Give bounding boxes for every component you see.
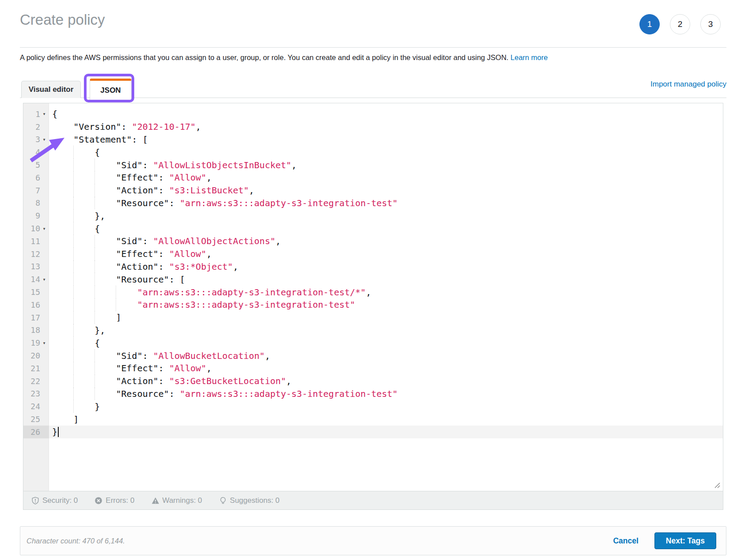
code-token: }, <box>94 211 105 221</box>
line-number: 25 <box>23 415 40 424</box>
fold-caret-icon[interactable]: ▾ <box>40 137 48 142</box>
indent-guide <box>73 286 94 298</box>
cancel-button[interactable]: Cancel <box>613 536 638 546</box>
code-line[interactable]: 1▾{ <box>23 108 723 121</box>
line-number: 9 <box>23 211 40 220</box>
line-gutter-cell: 2 <box>23 121 49 133</box>
indent-guide <box>73 158 94 171</box>
code-line[interactable]: 2"Version": "2012-10-17", <box>23 121 723 133</box>
code-token: , <box>286 376 291 386</box>
code-line[interactable]: 22"Action": "s3:GetBucketLocation", <box>23 375 723 388</box>
warnings-status-label: Warnings: 0 <box>163 496 202 505</box>
suggestions-status-label: Suggestions: 0 <box>230 496 280 505</box>
code-token-string: "s3:*Object" <box>169 261 233 272</box>
code-line[interactable]: 20"Sid": "AllowBucketLocation", <box>23 349 723 362</box>
indent-guide <box>94 311 116 324</box>
code-line[interactable]: 17] <box>23 311 723 324</box>
fold-caret-icon[interactable]: ▾ <box>40 277 48 282</box>
code-text: "arn:aws:s3:::adapty-s3-integration-test… <box>49 286 371 298</box>
code-token: , <box>206 249 212 259</box>
fold-caret-icon[interactable]: ▾ <box>40 226 48 231</box>
code-line[interactable]: 14▾"Resource": [ <box>23 273 723 286</box>
line-gutter-cell: 11 <box>23 235 49 248</box>
import-managed-policy-link[interactable]: Import managed policy <box>650 80 726 89</box>
code-line[interactable]: 21"Effect": "Allow", <box>23 362 723 375</box>
code-line[interactable]: 6"Effect": "Allow", <box>23 171 723 184</box>
code-token: "Effect": <box>116 172 169 183</box>
security-status[interactable]: Security: 0 <box>31 496 78 505</box>
line-gutter-cell: 9 <box>23 209 49 222</box>
code-line[interactable]: 19▾{ <box>23 336 723 349</box>
footer-bar: Character count: 470 of 6,144. Cancel Ne… <box>20 526 726 555</box>
indent-guide <box>94 388 116 400</box>
indent-guide <box>52 286 73 298</box>
code-line[interactable]: 15"arn:aws:s3:::adapty-s3-integration-te… <box>23 286 723 298</box>
code-line[interactable]: 12"Effect": "Allow", <box>23 248 723 260</box>
errors-status-label: Errors: 0 <box>106 496 134 505</box>
security-status-label: Security: 0 <box>42 496 78 505</box>
line-gutter-cell: 17 <box>23 311 49 324</box>
learn-more-link[interactable]: Learn more <box>510 53 548 61</box>
line-gutter-cell: 15 <box>23 286 49 298</box>
code-line[interactable]: 4{ <box>23 146 723 158</box>
line-number: 22 <box>23 377 40 386</box>
code-text: "Action": "s3:*Object", <box>49 260 238 273</box>
code-line[interactable]: 5"Sid": "AllowListObjectsInBucket", <box>23 158 723 171</box>
warnings-status[interactable]: Warnings: 0 <box>151 496 202 505</box>
next-tags-button[interactable]: Next: Tags <box>654 532 716 549</box>
code-text: } <box>49 400 100 413</box>
line-gutter-cell: 12 <box>23 248 49 260</box>
code-line[interactable]: 23"Resource": "arn:aws:s3:::adapty-s3-in… <box>23 388 723 400</box>
indent-guide <box>73 273 94 286</box>
code-token: } <box>52 426 57 437</box>
line-number: 10 <box>23 224 40 233</box>
code-line[interactable]: 18}, <box>23 324 723 337</box>
code-line[interactable]: 26} <box>23 426 723 438</box>
indent-guide <box>52 133 73 146</box>
code-token: "Action": <box>116 261 169 272</box>
code-line[interactable]: 16"arn:aws:s3:::adapty-s3-integration-te… <box>23 298 723 311</box>
code-token: "Sid": <box>116 351 153 361</box>
indent-guide <box>73 388 94 400</box>
code-text: ] <box>49 311 121 324</box>
indent-guide <box>52 324 73 337</box>
tab-json[interactable]: JSON <box>90 79 132 100</box>
code-text: "Action": "s3:ListBucket", <box>49 184 254 197</box>
indent-guide <box>52 298 73 311</box>
fold-caret-icon[interactable]: ▾ <box>40 111 48 117</box>
code-line[interactable]: 7"Action": "s3:ListBucket", <box>23 184 723 197</box>
code-text: { <box>49 336 100 349</box>
code-token-string: "arn:aws:s3:::adapty-s3-integration-test… <box>137 287 366 298</box>
code-line[interactable]: 11"Sid": "AllowAllObjectActions", <box>23 235 723 248</box>
line-number: 16 <box>23 300 40 309</box>
indent-guide <box>94 260 116 273</box>
code-line[interactable]: 8"Resource": "arn:aws:s3:::adapty-s3-int… <box>23 197 723 210</box>
indent-guide <box>52 413 73 426</box>
indent-guide <box>73 197 94 210</box>
errors-status[interactable]: Errors: 0 <box>94 496 134 505</box>
code-token-string: "s3:GetBucketLocation" <box>169 376 286 386</box>
line-gutter-cell: 1▾ <box>23 108 49 121</box>
code-line[interactable]: 10▾{ <box>23 222 723 235</box>
step-indicator-1: 1 <box>639 14 660 34</box>
line-gutter-cell: 23 <box>23 388 49 400</box>
code-token: , <box>291 160 297 170</box>
line-number: 5 <box>23 160 40 170</box>
code-token: "Sid": <box>116 236 153 246</box>
code-line[interactable]: 24} <box>23 400 723 413</box>
code-line[interactable]: 3▾"Statement": [ <box>23 133 723 146</box>
json-policy-editor[interactable]: 1▾{2"Version": "2012-10-17",3▾"Statement… <box>23 103 723 510</box>
step-indicator-2: 2 <box>670 14 690 34</box>
indent-guide <box>52 273 73 286</box>
code-line[interactable]: 25] <box>23 413 723 426</box>
tab-visual-editor[interactable]: Visual editor <box>21 81 81 98</box>
code-area[interactable]: 1▾{2"Version": "2012-10-17",3▾"Statement… <box>23 103 723 491</box>
resize-handle-icon[interactable] <box>714 482 721 489</box>
indent-guide <box>94 171 116 184</box>
fold-caret-icon[interactable]: ▾ <box>40 340 48 346</box>
code-line[interactable]: 9}, <box>23 209 723 222</box>
code-token-string: "AllowBucketLocation" <box>153 351 265 361</box>
code-token: "Resource": [ <box>116 274 185 285</box>
code-line[interactable]: 13"Action": "s3:*Object", <box>23 260 723 273</box>
suggestions-status[interactable]: Suggestions: 0 <box>219 496 280 505</box>
